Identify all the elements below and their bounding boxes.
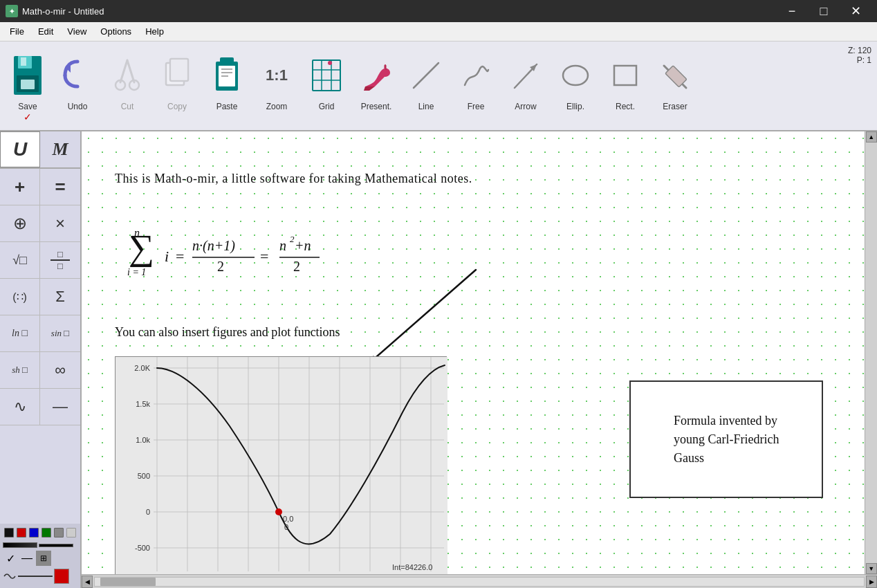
canvas-wrapper: This is Math-o-mir, a little software fo… <box>82 131 877 588</box>
svg-text:0,0: 0,0 <box>283 515 293 523</box>
menu-file[interactable]: File <box>3 24 31 39</box>
ellip-icon <box>557 50 593 100</box>
scroll-left-btn[interactable]: ◀ <box>82 576 93 588</box>
grid-label: Grid <box>319 102 335 111</box>
paste-icon <box>209 50 245 100</box>
canvas-text-1: This is Math-o-mir, a little software fo… <box>115 172 472 186</box>
pen-style-3[interactable]: ⊞ <box>36 551 51 566</box>
svg-point-80 <box>275 508 282 515</box>
scroll-down-btn[interactable]: ▼ <box>866 563 877 574</box>
close-button[interactable]: ✕ <box>840 0 871 22</box>
svg-text:-20: -20 <box>213 573 223 574</box>
pen-dashed[interactable] <box>18 576 53 577</box>
pen-fill-red[interactable] <box>54 569 69 584</box>
svg-text:1.0k: 1.0k <box>136 436 150 444</box>
pen-lightgray[interactable] <box>66 528 76 538</box>
m-button[interactable]: M <box>40 131 80 167</box>
undo-icon <box>59 50 95 100</box>
pen-blue[interactable] <box>29 528 39 538</box>
scroll-up-btn[interactable]: ▲ <box>866 131 877 143</box>
copy-button[interactable]: Copy <box>152 46 202 127</box>
u-button[interactable]: U <box>0 131 40 167</box>
rect-button[interactable]: Rect. <box>600 46 650 127</box>
paren-button[interactable]: (∷) <box>0 279 40 315</box>
maximize-button[interactable]: □ <box>808 0 840 22</box>
pen-wave-icon[interactable] <box>3 569 17 583</box>
line-label: Line <box>418 102 434 111</box>
fraction-button[interactable]: □ □ <box>40 242 80 278</box>
scroll-bottom[interactable]: ◀ ▶ <box>82 574 877 588</box>
menubar: File Edit View Options Help <box>0 22 877 42</box>
arrow-button[interactable]: Arrow <box>501 46 551 127</box>
tilde-button[interactable]: ∿ <box>0 389 40 425</box>
pen-gray[interactable] <box>54 528 64 538</box>
page-info: P: 1 <box>848 55 871 65</box>
menu-edit[interactable]: Edit <box>31 24 60 39</box>
cut-icon <box>109 50 145 100</box>
times-button[interactable]: × <box>40 205 80 241</box>
svg-rect-16 <box>221 75 228 77</box>
cut-button[interactable]: Cut <box>102 46 152 127</box>
cut-label: Cut <box>121 102 134 111</box>
pen-thick-1[interactable] <box>3 542 37 548</box>
menu-view[interactable]: View <box>60 24 93 39</box>
svg-text:500: 500 <box>138 472 150 480</box>
eraser-button[interactable]: Eraser <box>650 46 700 127</box>
svg-text:Int=84226.0: Int=84226.0 <box>392 563 432 571</box>
paste-button[interactable]: Paste <box>202 46 252 127</box>
line-button[interactable]: Line <box>401 46 451 127</box>
undo-button[interactable]: Undo <box>53 46 102 127</box>
svg-text:x: x <box>440 572 445 574</box>
eraser-label: Eraser <box>663 102 687 111</box>
titlebar-controls[interactable]: − □ ✕ <box>776 0 871 22</box>
svg-text:-40: -40 <box>152 573 163 574</box>
free-button[interactable]: Free <box>451 46 501 127</box>
sigma-button[interactable]: Σ <box>40 279 80 315</box>
dash-button[interactable]: — <box>40 389 80 425</box>
panel-row-5: ln □ sin □ <box>0 315 80 352</box>
ln-button[interactable]: ln □ <box>0 315 40 351</box>
canvas[interactable]: This is Math-o-mir, a little software fo… <box>82 131 865 574</box>
pen-black[interactable] <box>4 528 14 538</box>
svg-text:2: 2 <box>217 259 224 274</box>
svg-text:0: 0 <box>146 508 150 516</box>
pen-area: ✓ — ⊞ <box>0 524 80 588</box>
circleplus-button[interactable]: ⊕ <box>0 205 40 241</box>
present-button[interactable]: Present. <box>351 46 401 127</box>
grid-button[interactable]: Grid <box>302 46 351 127</box>
svg-point-26 <box>563 66 588 85</box>
toolbar: Save ✓ Undo Cut <box>0 42 877 131</box>
menu-help[interactable]: Help <box>138 24 171 39</box>
zoom-page-info: Z: 120 P: 1 <box>848 46 871 65</box>
save-button[interactable]: Save ✓ <box>3 46 53 127</box>
svg-text:1.5k: 1.5k <box>136 400 150 408</box>
svg-text:n·(n+1): n·(n+1) <box>192 238 235 254</box>
sh-button[interactable]: sh □ <box>0 352 40 388</box>
titlebar-left: ✦ Math-o-mir - Untitled <box>6 5 104 17</box>
pen-style-2[interactable]: — <box>19 551 35 566</box>
equals-button[interactable]: = <box>40 169 80 205</box>
scroll-right[interactable]: ▲ ▼ <box>865 131 877 574</box>
sin-button[interactable]: sin □ <box>40 315 80 351</box>
left-panel: U M + = ⊕ × √□ □ □ (∷) Σ ln □ <box>0 131 82 588</box>
canvas-scroll-area: This is Math-o-mir, a little software fo… <box>82 131 877 574</box>
minimize-button[interactable]: − <box>776 0 808 22</box>
menu-options[interactable]: Options <box>93 24 138 39</box>
ellip-button[interactable]: Ellip. <box>551 46 600 127</box>
pen-thick-2[interactable] <box>39 544 73 547</box>
zoom-button[interactable]: 1:1 Zoom <box>252 46 302 127</box>
zoom-label: Zoom <box>266 102 288 111</box>
svg-text:2: 2 <box>293 259 300 274</box>
pen-red[interactable] <box>17 528 26 538</box>
pen-green[interactable] <box>41 528 51 538</box>
sqrt-button[interactable]: √□ <box>0 242 40 278</box>
svg-text:i = 1: i = 1 <box>127 267 146 277</box>
pen-style-1[interactable]: ✓ <box>3 551 18 566</box>
pen-row-1 <box>3 526 77 539</box>
copy-icon <box>159 50 195 100</box>
zoom-icon: 1:1 <box>259 50 295 100</box>
present-icon <box>358 50 394 100</box>
plus-button[interactable]: + <box>0 169 40 205</box>
infinity-button[interactable]: ∞ <box>40 352 80 388</box>
scroll-right-btn[interactable]: ▶ <box>866 576 877 588</box>
